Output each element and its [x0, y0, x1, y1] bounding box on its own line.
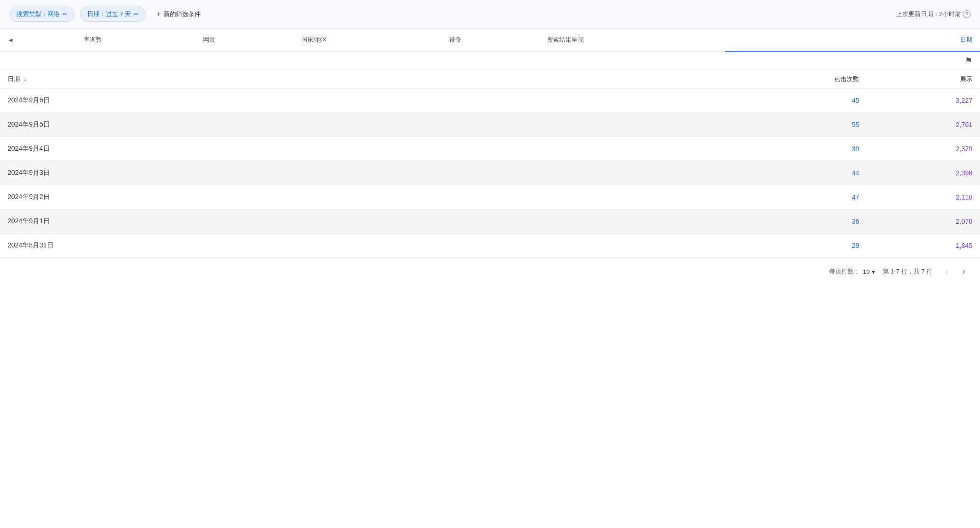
row-clicks: 55 — [725, 113, 867, 137]
table-row: 2024年8月31日291,845 — [0, 234, 980, 258]
col-search-appearance[interactable]: 搜索结果呈现 — [539, 29, 725, 51]
prev-page-button[interactable]: ‹ — [940, 265, 953, 278]
add-filter-button[interactable]: + 新的筛选条件 — [151, 7, 205, 21]
edit-date-icon[interactable]: ✏ — [134, 11, 139, 18]
row-date: 2024年9月4日 — [0, 137, 725, 161]
row-impressions: 2,761 — [867, 113, 980, 137]
row-clicks: 44 — [725, 161, 867, 185]
clicks-sub-header[interactable]: 点击次数 — [725, 70, 867, 89]
chevron-down-icon: ▾ — [872, 268, 875, 275]
row-impressions: 1,845 — [867, 234, 980, 258]
filter-chip-date[interactable]: 日期：过去 7 天 ✏ — [80, 7, 146, 22]
rows-per-page-value: 10 — [863, 268, 869, 275]
col-queries[interactable]: 查询数 — [76, 29, 196, 51]
table-body: 2024年9月6日453,2272024年9月5日552,7612024年9月4… — [0, 89, 980, 258]
left-arrow-icon[interactable]: ◄ — [8, 36, 14, 44]
next-page-button[interactable]: › — [957, 265, 971, 278]
filter-chip-search-type-label: 搜索类型：网络 — [17, 10, 60, 18]
filter-icon[interactable]: ⚑ — [965, 56, 972, 65]
row-impressions: 3,227 — [867, 89, 980, 113]
pagination-nav: ‹ › — [940, 265, 971, 278]
last-updated: 上次更新日期：2小时前 ? — [896, 10, 971, 18]
rows-per-page-select[interactable]: 10 ▾ — [863, 268, 875, 275]
row-clicks: 47 — [725, 185, 867, 209]
last-updated-text: 上次更新日期：2小时前 — [896, 10, 961, 18]
data-table: ◄ 查询数 网页 国家/地区 设备 搜索结果呈现 日期 ⚑ 日期 — [0, 29, 980, 258]
row-impressions: 2,070 — [867, 209, 980, 234]
row-clicks: 29 — [725, 234, 867, 258]
col-country[interactable]: 国家/地区 — [294, 29, 442, 51]
date-sub-label: 日期 — [8, 75, 20, 82]
edit-search-type-icon[interactable]: ✏ — [63, 11, 67, 18]
top-bar: 搜索类型：网络 ✏ 日期：过去 7 天 ✏ + 新的筛选条件 上次更新日期：2小… — [0, 0, 980, 29]
impressions-sub-header[interactable]: 展示 — [867, 70, 980, 89]
row-date: 2024年9月5日 — [0, 113, 725, 137]
table-row: 2024年9月3日442,398 — [0, 161, 980, 185]
filter-row-spacer — [0, 51, 725, 70]
row-date: 2024年8月31日 — [0, 234, 725, 258]
filter-chip-search-type[interactable]: 搜索类型：网络 ✏ — [9, 7, 74, 22]
col-pages[interactable]: 网页 — [195, 29, 293, 51]
row-clicks: 36 — [725, 209, 867, 234]
table-row: 2024年9月6日453,227 — [0, 89, 980, 113]
row-clicks: 39 — [725, 137, 867, 161]
plus-icon: + — [156, 10, 160, 18]
help-icon[interactable]: ? — [963, 10, 971, 18]
col-header-row: ◄ 查询数 网页 国家/地区 设备 搜索结果呈现 日期 — [0, 29, 980, 51]
rows-per-page: 每页行数： 10 ▾ — [829, 267, 875, 276]
filter-row: ⚑ — [0, 51, 980, 70]
nav-arrow-col[interactable]: ◄ — [0, 29, 76, 51]
row-impressions: 2,398 — [867, 161, 980, 185]
table-row: 2024年9月5日552,761 — [0, 113, 980, 137]
sort-arrow-icon: ↓ — [24, 75, 27, 82]
row-clicks: 45 — [725, 89, 867, 113]
filter-icon-cell: ⚑ — [725, 51, 980, 70]
rows-per-page-label: 每页行数： — [829, 267, 860, 276]
col-device[interactable]: 设备 — [442, 29, 539, 51]
table-row: 2024年9月4日392,379 — [0, 137, 980, 161]
row-date: 2024年9月3日 — [0, 161, 725, 185]
col-date[interactable]: 日期 — [725, 29, 980, 51]
row-impressions: 2,118 — [867, 185, 980, 209]
row-date: 2024年9月6日 — [0, 89, 725, 113]
table-container: ◄ 查询数 网页 国家/地区 设备 搜索结果呈现 日期 ⚑ 日期 — [0, 29, 980, 258]
add-filter-label: 新的筛选条件 — [164, 10, 201, 18]
pagination-range: 第 1-7 行，共 7 行 — [883, 267, 933, 276]
table-row: 2024年9月2日472,118 — [0, 185, 980, 209]
table-row: 2024年9月1日362,070 — [0, 209, 980, 234]
filter-chip-date-label: 日期：过去 7 天 — [87, 10, 131, 18]
row-date: 2024年9月2日 — [0, 185, 725, 209]
row-date: 2024年9月1日 — [0, 209, 725, 234]
date-sub-header[interactable]: 日期 ↓ — [0, 70, 725, 89]
row-impressions: 2,379 — [867, 137, 980, 161]
sub-header-row: 日期 ↓ 点击次数 展示 — [0, 70, 980, 89]
pagination-bar: 每页行数： 10 ▾ 第 1-7 行，共 7 行 ‹ › — [0, 258, 980, 285]
